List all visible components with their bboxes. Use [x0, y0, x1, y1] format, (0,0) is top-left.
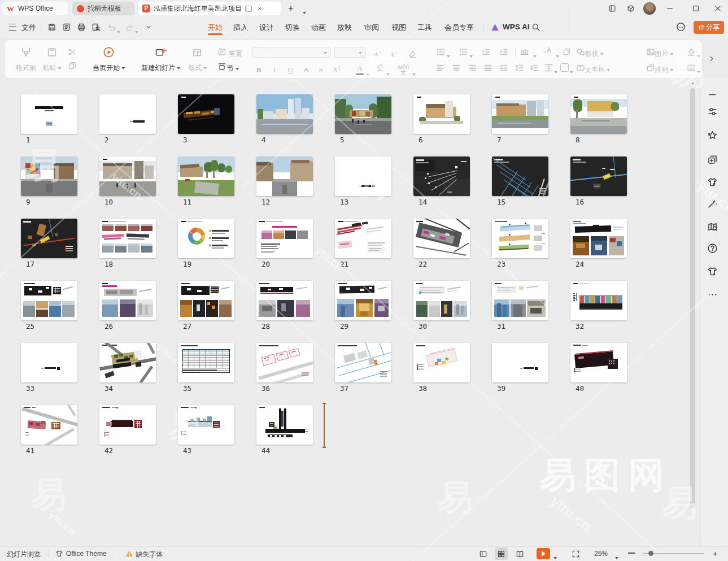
increase-font-icon[interactable]: A+ — [373, 50, 381, 59]
shapes-icon[interactable] — [576, 47, 585, 56]
slide-thumbnail[interactable] — [99, 405, 156, 445]
slide-thumbnail[interactable] — [413, 219, 470, 258]
new-slide-icon[interactable] — [155, 46, 167, 58]
slide-thumbnail[interactable] — [99, 343, 156, 382]
play-from-page-icon[interactable] — [103, 46, 115, 58]
export-pdf-icon[interactable] — [62, 23, 71, 32]
menu-tab-6[interactable]: 审阅 — [364, 23, 379, 33]
shapes-label[interactable]: 形状 — [585, 49, 603, 59]
sidebar-map-search-icon[interactable] — [707, 221, 718, 232]
slide-thumbnail[interactable] — [570, 281, 627, 320]
slide-size-icon[interactable] — [687, 63, 696, 72]
tab-docer-template[interactable]: 找稻壳模板 — [72, 2, 134, 15]
slide-thumbnail[interactable] — [21, 156, 77, 196]
menu-tab-4[interactable]: 动画 — [311, 23, 326, 33]
bullet-list-icon[interactable] — [436, 47, 445, 56]
new-tab-button[interactable]: + — [288, 4, 294, 13]
align-left-icon[interactable] — [436, 63, 445, 72]
fill-color-icon[interactable] — [687, 47, 696, 56]
share-button[interactable]: 分享 — [694, 21, 724, 34]
slide-thumbnail[interactable] — [492, 281, 548, 320]
slide-thumbnail[interactable] — [492, 94, 548, 134]
char-shading-icon[interactable]: ab — [521, 47, 528, 55]
zoom-out-button[interactable] — [628, 553, 635, 554]
slide-thumbnail[interactable] — [256, 343, 313, 382]
format-painter-icon[interactable] — [20, 46, 32, 58]
sidebar-theme-shirt-icon[interactable] — [707, 177, 718, 188]
slide-thumbnail[interactable] — [256, 281, 313, 320]
font-color-caret[interactable] — [366, 69, 369, 79]
effects-settings-icon[interactable] — [676, 22, 686, 32]
view-mode-label[interactable]: 幻灯片浏览 — [7, 550, 41, 559]
outdent-icon[interactable] — [481, 47, 490, 56]
numbered-caret[interactable] — [469, 51, 473, 61]
avatar[interactable] — [643, 2, 656, 15]
sidebar-more-dots-icon[interactable] — [707, 289, 718, 300]
sidebar-copy-slide-icon[interactable] — [707, 154, 718, 165]
menu-tab-9[interactable]: 会员专享 — [444, 23, 474, 33]
slide-thumbnail[interactable] — [256, 156, 313, 196]
slide-thumbnail[interactable] — [256, 219, 313, 258]
slide-thumbnail[interactable] — [492, 156, 548, 196]
bullet-caret[interactable] — [447, 51, 450, 61]
align-right-icon[interactable] — [468, 63, 477, 72]
sidebar-magic-wand-icon[interactable] — [707, 198, 718, 209]
phonetic-guide-icon[interactable]: wén文 — [398, 63, 409, 77]
scrollbar-up-arrow[interactable] — [690, 80, 696, 86]
arrange-label[interactable]: 排列 — [655, 65, 673, 75]
menu-tab-7[interactable]: 视图 — [391, 23, 406, 33]
font-family-select[interactable] — [252, 47, 331, 58]
align-center-icon[interactable] — [452, 63, 461, 72]
section-icon[interactable] — [217, 62, 226, 71]
theme-shirt-icon[interactable] — [55, 550, 63, 558]
format-painter-label[interactable]: 格式刷 — [16, 63, 36, 73]
fit-screen-icon[interactable] — [572, 550, 580, 558]
zoom-slider-knob[interactable] — [648, 551, 653, 556]
slide-thumbnail[interactable] — [570, 94, 627, 134]
phonetic-caret[interactable] — [412, 69, 416, 79]
char-shading-caret[interactable] — [533, 51, 537, 61]
search-icon[interactable] — [531, 23, 540, 32]
layout-label[interactable]: 版式 — [188, 63, 207, 73]
file-menu[interactable]: 文件 — [21, 23, 36, 33]
textbox-label[interactable]: 文本框 — [585, 65, 610, 75]
textbox-icon[interactable] — [576, 63, 585, 72]
justify-icon[interactable] — [483, 63, 492, 72]
cut-icon[interactable] — [68, 47, 77, 56]
slide-thumbnail[interactable] — [21, 94, 77, 134]
arrange-icon[interactable] — [646, 63, 655, 72]
slide-thumbnail[interactable] — [178, 156, 234, 196]
slide-thumbnail[interactable] — [99, 219, 156, 258]
paste-icon[interactable] — [46, 46, 58, 58]
slide-thumbnail[interactable] — [413, 156, 470, 196]
sidebar-help-icon[interactable] — [707, 243, 718, 254]
columns-icon[interactable] — [499, 63, 508, 72]
slide-thumbnail[interactable] — [335, 281, 391, 320]
menu-tab-3[interactable]: 切换 — [285, 23, 300, 33]
fill-caret[interactable] — [697, 51, 700, 61]
undo-icon[interactable] — [107, 23, 116, 32]
zoom-caret[interactable] — [615, 553, 618, 561]
font-color-icon[interactable]: A — [356, 64, 364, 75]
slide-thumbnail[interactable] — [99, 156, 156, 196]
menu-tab-0[interactable]: 开始 — [208, 23, 223, 33]
clear-format-icon[interactable] — [408, 50, 417, 59]
slide-thumbnail[interactable] — [570, 156, 627, 196]
para-layout-caret[interactable] — [570, 67, 573, 77]
slide-thumbnail[interactable] — [178, 405, 234, 445]
slide-thumbnail[interactable] — [99, 281, 156, 320]
wps-ai-menu[interactable]: WPS AI — [503, 23, 530, 31]
highlight-caret[interactable] — [386, 69, 390, 79]
sidebar-collapse-icon[interactable] — [707, 89, 718, 100]
redo-icon[interactable] — [125, 23, 134, 32]
slide-thumbnail[interactable] — [413, 281, 470, 320]
slide-thumbnail[interactable] — [413, 343, 470, 382]
para-layout-icon[interactable] — [560, 63, 569, 72]
maximize-button[interactable] — [692, 5, 700, 12]
print-icon[interactable] — [77, 23, 86, 32]
save-icon[interactable] — [47, 23, 56, 32]
tab-wps-home[interactable]: WWPS Office — [2, 2, 68, 15]
slide-size-caret[interactable] — [697, 67, 700, 77]
tab-list-caret[interactable] — [303, 7, 306, 18]
menu-tab-5[interactable]: 放映 — [337, 23, 352, 33]
